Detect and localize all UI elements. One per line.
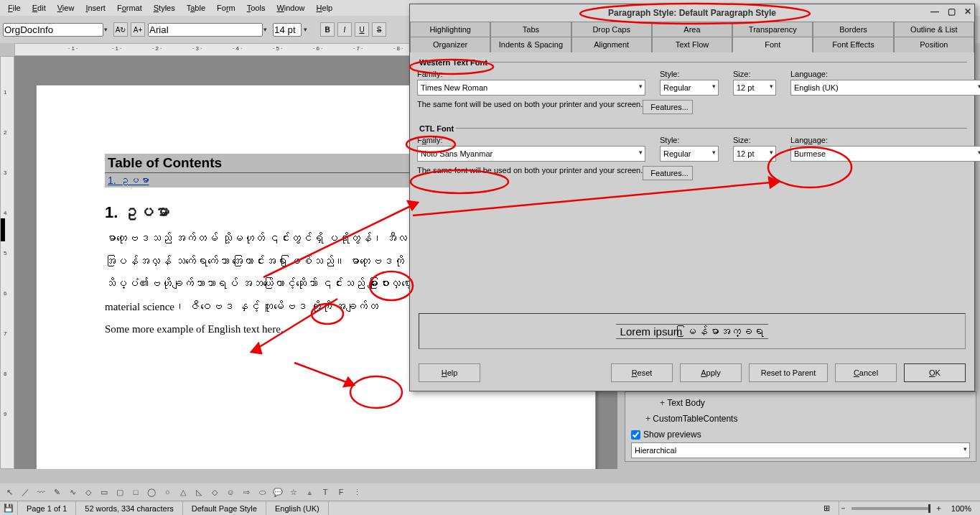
circle-icon[interactable]: ○ bbox=[161, 486, 174, 498]
zoom-slider[interactable] bbox=[851, 507, 930, 510]
tab-font-effects[interactable]: Font Effects bbox=[813, 37, 893, 52]
close-icon[interactable]: ✕ bbox=[964, 6, 971, 17]
help-button[interactable]: Help bbox=[419, 363, 480, 382]
arrow-icon[interactable]: ⇨ bbox=[240, 486, 253, 498]
w-style-input[interactable] bbox=[660, 80, 719, 96]
tab-borders[interactable]: Borders bbox=[813, 22, 893, 37]
italic-button[interactable]: I bbox=[337, 22, 352, 37]
menu-table[interactable]: Table bbox=[182, 1, 210, 14]
tab-font[interactable]: Font bbox=[732, 37, 813, 52]
tab-text-flow[interactable]: Text Flow bbox=[652, 37, 732, 52]
polygon-icon[interactable]: ◇ bbox=[82, 486, 95, 498]
menu-form[interactable]: Form bbox=[212, 1, 241, 14]
tab-indents-spacing[interactable]: Indents & Spacing bbox=[490, 37, 571, 52]
freeform-icon[interactable]: ✎ bbox=[50, 486, 63, 498]
curve2-icon[interactable]: ∿ bbox=[66, 486, 79, 498]
page-style-status[interactable]: Default Page Style bbox=[183, 501, 266, 516]
square-icon[interactable]: □ bbox=[129, 486, 142, 498]
flowchart-icon[interactable]: ⬭ bbox=[256, 486, 269, 498]
tab-outline-list[interactable]: Outline & List bbox=[894, 22, 974, 37]
view-mode-icon[interactable]: ⊞ bbox=[815, 501, 839, 516]
paragraph-style-select[interactable] bbox=[3, 23, 103, 37]
styles-mode-select[interactable] bbox=[631, 442, 970, 458]
menu-view[interactable]: View bbox=[52, 1, 80, 14]
ok-button[interactable]: OK bbox=[904, 363, 966, 382]
tab-transparency[interactable]: Transparency bbox=[732, 22, 813, 37]
zoom-out-icon[interactable]: － bbox=[839, 503, 847, 514]
new-style-icon[interactable]: A+ bbox=[131, 22, 145, 37]
page-status[interactable]: Page 1 of 1 bbox=[18, 501, 76, 516]
reset-button[interactable]: Reset bbox=[611, 363, 673, 382]
tab-tabs[interactable]: Tabs bbox=[490, 22, 571, 37]
roundrect-icon[interactable]: ▢ bbox=[113, 486, 126, 498]
style-item-custom[interactable]: CustomTableContents bbox=[631, 411, 970, 427]
cancel-button[interactable]: Cancel bbox=[835, 363, 897, 382]
c-lang-input[interactable] bbox=[790, 146, 980, 162]
rtriangle-icon[interactable]: ◺ bbox=[192, 486, 205, 498]
diamond-icon[interactable]: ◇ bbox=[208, 486, 221, 498]
c-family-input[interactable] bbox=[417, 146, 645, 162]
ruler-vertical[interactable]: 123456789 bbox=[0, 56, 14, 469]
ctl-legend: CTL Font bbox=[417, 124, 456, 133]
line-icon[interactable]: ／ bbox=[19, 486, 32, 498]
tab-area[interactable]: Area bbox=[652, 22, 732, 37]
word-count[interactable]: 52 words, 334 characters bbox=[76, 501, 183, 516]
w-lang-input[interactable] bbox=[790, 80, 980, 96]
show-previews-label: Show previews bbox=[643, 430, 701, 440]
tab-organizer[interactable]: Organizer bbox=[410, 37, 490, 52]
c-features-button[interactable]: Features... bbox=[643, 166, 693, 180]
menu-window[interactable]: Window bbox=[271, 1, 309, 14]
strike-button[interactable]: S bbox=[372, 22, 386, 37]
tab-alignment[interactable]: Alignment bbox=[571, 37, 652, 52]
textbox-icon[interactable]: T bbox=[319, 486, 332, 498]
minimize-icon[interactable]: — bbox=[930, 6, 939, 17]
tab-highlighting[interactable]: Highlighting bbox=[410, 22, 490, 37]
w-style-label: Style: bbox=[660, 70, 719, 78]
font-name-select[interactable] bbox=[148, 23, 263, 37]
pointer-icon[interactable]: ↖ bbox=[3, 486, 16, 498]
update-style-icon[interactable]: A↻ bbox=[113, 22, 128, 37]
c-family-label: Family: bbox=[417, 136, 645, 144]
w-features-button[interactable]: Features... bbox=[643, 100, 693, 114]
menu-insert[interactable]: Insert bbox=[80, 1, 111, 14]
ellipse-icon[interactable]: ◯ bbox=[145, 486, 158, 498]
language-status[interactable]: English (UK) bbox=[266, 501, 329, 516]
rect-icon[interactable]: ▭ bbox=[98, 486, 111, 498]
menu-styles[interactable]: Styles bbox=[149, 1, 180, 14]
apply-button[interactable]: Apply bbox=[680, 363, 742, 382]
w-size-input[interactable] bbox=[733, 80, 776, 96]
callout-icon[interactable]: 💬 bbox=[271, 486, 284, 498]
maximize-icon[interactable]: ▢ bbox=[948, 6, 956, 17]
zoom-value[interactable]: 100% bbox=[943, 501, 980, 516]
drawing-toolbar: ↖ ／ 〰 ✎ ∿ ◇ ▭ ▢ □ ◯ ○ △ ◺ ◇ ☺ ⇨ ⬭ 💬 ☆ ⟁ … bbox=[0, 483, 980, 501]
fontwork-icon[interactable]: F bbox=[335, 486, 347, 498]
c-style-input[interactable] bbox=[660, 146, 719, 162]
western-legend: Western Text Font bbox=[417, 58, 490, 67]
star-icon[interactable]: ☆ bbox=[287, 486, 300, 498]
show-previews-checkbox[interactable] bbox=[631, 430, 640, 440]
reset-parent-button[interactable]: Reset to Parent bbox=[749, 363, 828, 382]
ruler-mark-icon bbox=[1, 218, 5, 241]
underline-button[interactable]: U bbox=[355, 22, 369, 37]
menu-tools[interactable]: Tools bbox=[242, 1, 271, 14]
c-size-input[interactable] bbox=[733, 146, 776, 162]
menu-format[interactable]: Format bbox=[112, 1, 147, 14]
style-item-textbody[interactable]: Text Body bbox=[631, 395, 970, 411]
tab-position[interactable]: Position bbox=[894, 37, 974, 52]
triangle-icon[interactable]: △ bbox=[177, 486, 190, 498]
w-size-label: Size: bbox=[733, 70, 776, 78]
menu-help[interactable]: Help bbox=[312, 1, 338, 14]
3d-icon[interactable]: ⟁ bbox=[303, 486, 316, 498]
menu-file[interactable]: File bbox=[3, 1, 26, 14]
save-status-icon[interactable]: 💾 bbox=[0, 501, 18, 516]
font-size-select[interactable] bbox=[273, 23, 302, 37]
zoom-in-icon[interactable]: ＋ bbox=[935, 503, 943, 514]
styles-panel: Text Body CustomTableContents Show previ… bbox=[625, 391, 976, 462]
tab-drop-caps[interactable]: Drop Caps bbox=[571, 22, 652, 37]
points-icon[interactable]: ⋮ bbox=[350, 486, 363, 498]
w-family-input[interactable] bbox=[417, 80, 645, 96]
menu-edit[interactable]: Edit bbox=[27, 1, 51, 14]
bold-button[interactable]: B bbox=[320, 22, 335, 37]
curve-icon[interactable]: 〰 bbox=[34, 486, 47, 498]
smiley-icon[interactable]: ☺ bbox=[224, 486, 237, 498]
